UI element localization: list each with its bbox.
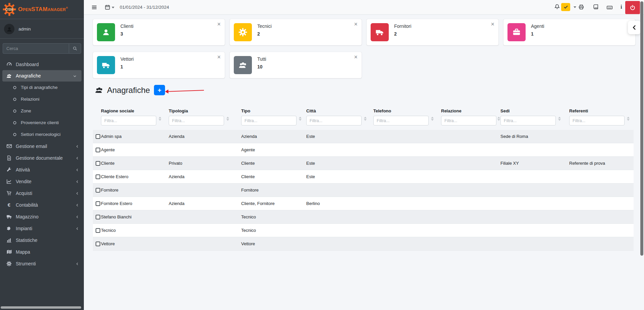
- filter-input-ragione-sociale[interactable]: [101, 116, 156, 125]
- column-header[interactable]: Referenti: [569, 108, 588, 113]
- vertical-scrollbar[interactable]: [640, 1, 643, 256]
- row-checkbox[interactable]: [96, 134, 100, 139]
- filter-input-relazione[interactable]: [441, 116, 496, 125]
- stat-card-fornitori[interactable]: Fornitori 2 ×: [367, 19, 498, 45]
- filter-input-telefono[interactable]: [373, 116, 429, 125]
- bell-icon[interactable]: [554, 4, 560, 10]
- shopping-cart-icon: [5, 190, 13, 196]
- sidebar-item-tipi-di-anagrafiche[interactable]: Tipi di anagrafiche: [0, 82, 84, 93]
- sidebar-item-mappa[interactable]: Mappa: [0, 246, 84, 258]
- sort-arrows[interactable]: [497, 117, 500, 121]
- sidebar-item-impianti[interactable]: Impianti: [0, 222, 84, 234]
- book-icon[interactable]: [593, 4, 599, 10]
- circle-icon: [12, 132, 17, 137]
- sidebar-item-provenienze-clienti[interactable]: Provenienze clienti: [0, 117, 84, 128]
- table-row[interactable]: Tecnico Tecnico: [93, 224, 634, 237]
- add-record-button[interactable]: +: [154, 85, 165, 95]
- app-title: OpenSTAManager®: [18, 6, 68, 13]
- sidebar-item-vendite[interactable]: Vendite: [0, 175, 84, 187]
- avatar[interactable]: [4, 24, 14, 34]
- row-checkbox[interactable]: [96, 228, 100, 233]
- sort-arrows[interactable]: [226, 117, 229, 121]
- filter-input-referenti[interactable]: [569, 116, 625, 125]
- row-checkbox[interactable]: [96, 188, 100, 193]
- date-range-label[interactable]: 01/01/2024 - 31/12/2024: [120, 5, 169, 10]
- close-icon[interactable]: ×: [491, 21, 494, 27]
- session-status-badge[interactable]: [561, 3, 570, 11]
- sidebar-item-dashboard[interactable]: Dashboard: [0, 58, 84, 70]
- column-header[interactable]: Telefono: [373, 108, 391, 113]
- right-panel-toggle[interactable]: [628, 21, 641, 34]
- logout-power-button[interactable]: [625, 1, 640, 14]
- sidebar-item-contabilita[interactable]: € Contabilità: [0, 199, 84, 211]
- sidebar-horizontal-scrollbar[interactable]: [1, 306, 81, 309]
- stat-card-vettori[interactable]: Vettori 1 ×: [93, 52, 225, 78]
- sidebar-item-magazzino[interactable]: Magazzino: [0, 211, 84, 222]
- close-icon[interactable]: ×: [217, 21, 221, 27]
- keyboard-icon[interactable]: [606, 4, 613, 11]
- sidebar-item-anagrafiche[interactable]: Anagrafiche: [2, 70, 82, 82]
- caret-down-icon[interactable]: [574, 6, 576, 8]
- sidebar-item-label: Magazzino: [16, 214, 39, 219]
- sort-arrows[interactable]: [558, 117, 561, 121]
- sidebar-item-statistiche[interactable]: Statistiche: [0, 234, 84, 246]
- app-logo[interactable]: OSM OpenSTAManager®: [0, 0, 84, 19]
- table-row[interactable]: Admin spa Azienda Azienda Este Sede di R…: [93, 130, 634, 143]
- column-header[interactable]: Città: [306, 108, 316, 113]
- cell-tipologia: Azienda: [169, 130, 184, 143]
- sidebar-item-attivita[interactable]: Attività: [0, 164, 84, 175]
- sidebar-item-strumenti[interactable]: Strumenti: [0, 258, 84, 269]
- hamburger-menu-icon[interactable]: [91, 4, 97, 10]
- row-checkbox[interactable]: [96, 161, 100, 166]
- username-label[interactable]: admin: [18, 27, 31, 32]
- sort-arrows[interactable]: [159, 117, 161, 121]
- gear-icon: [5, 261, 13, 266]
- column-header[interactable]: Tipo: [241, 108, 250, 113]
- table-row[interactable]: Fornitore Estero Azienda Cliente, Fornit…: [93, 197, 634, 210]
- stat-card-tecnici[interactable]: Tecnici 2 ×: [230, 19, 362, 45]
- close-icon[interactable]: ×: [217, 54, 221, 60]
- sidebar-item-label: Impianti: [16, 226, 32, 231]
- stat-card-agenti[interactable]: Agenti 1 ×: [503, 19, 635, 45]
- row-checkbox[interactable]: [96, 148, 100, 152]
- search-button[interactable]: [69, 43, 81, 54]
- filter-input-tipologia[interactable]: [169, 116, 224, 125]
- table-row[interactable]: Fornitore Fornitore: [93, 184, 634, 197]
- info-icon[interactable]: i: [621, 4, 622, 10]
- close-icon[interactable]: ×: [354, 21, 358, 27]
- filter-input-tipo[interactable]: [241, 116, 297, 125]
- cell-tipo: Azienda: [241, 130, 257, 143]
- stat-card-tutti[interactable]: Tutti 10 ×: [230, 52, 362, 78]
- stat-card-clienti[interactable]: Clienti 3 ×: [93, 19, 225, 45]
- sort-arrows[interactable]: [627, 117, 630, 121]
- sidebar-item-settori-merceologici[interactable]: Settori merceologici: [0, 128, 84, 140]
- sidebar-item-gestione-documentale[interactable]: Gestione documentale: [0, 152, 84, 164]
- row-checkbox[interactable]: [96, 174, 100, 179]
- sidebar-item-gestione-email[interactable]: Gestione email: [0, 140, 84, 152]
- sidebar-item-relazioni[interactable]: Relazioni: [0, 93, 84, 105]
- table-row[interactable]: Vettore Vettore: [93, 237, 634, 251]
- card-label: Clienti: [120, 23, 133, 29]
- table-row[interactable]: Cliente Estero Azienda Cliente Este: [93, 170, 634, 184]
- close-icon[interactable]: ×: [354, 54, 358, 60]
- sort-arrows[interactable]: [364, 117, 367, 121]
- column-header[interactable]: Tipologia: [169, 108, 188, 113]
- calendar-icon[interactable]: [105, 4, 114, 10]
- filter-input-sedi[interactable]: [500, 116, 556, 125]
- row-checkbox[interactable]: [96, 242, 100, 246]
- sidebar-item-zone[interactable]: Zone: [0, 105, 84, 117]
- column-header[interactable]: Relazione: [441, 108, 462, 113]
- row-checkbox[interactable]: [96, 201, 100, 206]
- table-row[interactable]: Stefano Bianchi Tecnico: [93, 210, 634, 224]
- column-header[interactable]: Sedi: [500, 108, 509, 113]
- row-checkbox[interactable]: [96, 215, 100, 219]
- sidebar-item-acquisti[interactable]: Acquisti: [0, 187, 84, 199]
- search-input[interactable]: [3, 43, 69, 54]
- sort-arrows[interactable]: [299, 117, 302, 121]
- sort-arrows[interactable]: [431, 117, 434, 121]
- column-header[interactable]: Ragione sociale: [101, 108, 134, 113]
- filter-input-citta[interactable]: [306, 116, 362, 125]
- table-row[interactable]: Agente Agente: [93, 143, 634, 157]
- table-row[interactable]: Cliente Privato Cliente Este Filiale XY …: [93, 157, 634, 170]
- printer-icon[interactable]: [578, 4, 584, 10]
